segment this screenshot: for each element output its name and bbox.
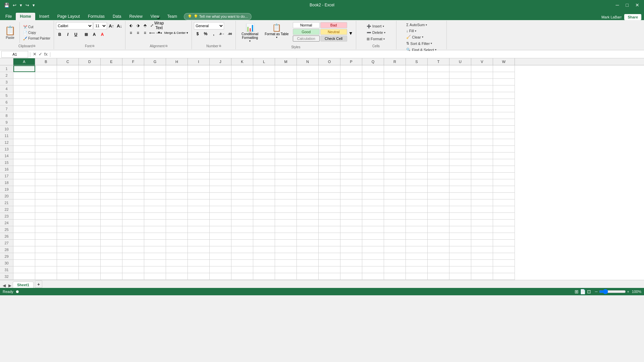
grid-cell[interactable] (101, 213, 122, 220)
normal-view-button[interactable]: ⊞ (575, 289, 579, 294)
grid-cell[interactable] (384, 266, 406, 273)
grid-cell[interactable] (471, 139, 493, 146)
grid-cell[interactable] (428, 206, 449, 213)
grid-cell[interactable] (428, 112, 449, 119)
grid-cell[interactable] (428, 159, 449, 166)
grid-cell[interactable] (166, 132, 188, 139)
number-expand-icon[interactable]: ⧉ (219, 44, 221, 48)
tab-data[interactable]: Data (109, 13, 125, 20)
grid-cell[interactable] (122, 233, 144, 240)
grid-cell[interactable] (449, 92, 471, 99)
grid-cell[interactable] (319, 266, 340, 273)
grid-cell[interactable] (101, 233, 122, 240)
grid-cell[interactable] (297, 139, 319, 146)
grid-cell[interactable] (101, 193, 122, 199)
grid-cell[interactable] (144, 213, 166, 220)
row-number[interactable]: 1 (0, 65, 13, 72)
grid-cell[interactable] (122, 79, 144, 85)
font-expand-icon[interactable]: ⧉ (92, 44, 94, 48)
grid-cell[interactable] (406, 266, 428, 273)
grid-cell[interactable] (319, 206, 340, 213)
grid-cell[interactable] (210, 85, 231, 92)
grid-cell[interactable] (144, 179, 166, 186)
grid-cell[interactable] (493, 253, 515, 260)
grid-cell[interactable] (449, 173, 471, 179)
grid-cell[interactable] (449, 132, 471, 139)
grid-cell[interactable] (13, 226, 35, 233)
grid-cell[interactable] (406, 72, 428, 79)
grid-cell[interactable] (188, 273, 210, 280)
grid-cell[interactable] (144, 85, 166, 92)
grid-cell[interactable] (449, 273, 471, 280)
grid-cell[interactable] (275, 126, 297, 132)
grid-cell[interactable] (428, 213, 449, 220)
grid-cell[interactable] (362, 220, 384, 226)
align-center-button[interactable]: ≡ (135, 29, 141, 36)
grid-cell[interactable] (253, 126, 275, 132)
grid-cell[interactable] (340, 246, 362, 253)
grid-cell[interactable] (101, 179, 122, 186)
grid-cell[interactable] (35, 106, 57, 112)
grid-cell[interactable] (35, 260, 57, 266)
grid-cell[interactable] (13, 85, 35, 92)
grid-cell[interactable] (101, 153, 122, 159)
grid-cell[interactable] (471, 253, 493, 260)
grid-cell[interactable] (166, 126, 188, 132)
grid-cell[interactable] (406, 79, 428, 85)
grid-cell[interactable] (362, 112, 384, 119)
grid-cell[interactable] (231, 179, 253, 186)
grid-cell[interactable] (319, 166, 340, 173)
grid-cell[interactable] (428, 166, 449, 173)
grid-cell[interactable] (231, 92, 253, 99)
number-format-select[interactable]: General (194, 22, 224, 29)
grid-cell[interactable] (210, 273, 231, 280)
grid-cell[interactable] (471, 220, 493, 226)
grid-cell[interactable] (79, 126, 101, 132)
grid-cell[interactable] (122, 99, 144, 106)
grid-cell[interactable] (471, 72, 493, 79)
grid-cell[interactable] (79, 99, 101, 106)
grid-cell[interactable] (319, 220, 340, 226)
grid-cell[interactable] (493, 99, 515, 106)
grid-cell[interactable] (319, 106, 340, 112)
grid-cell[interactable] (231, 106, 253, 112)
col-header-h[interactable]: H (166, 58, 188, 65)
grid-cell[interactable] (57, 273, 79, 280)
grid-cell[interactable] (166, 273, 188, 280)
decrease-decimal-button[interactable]: .0→ (218, 30, 225, 38)
grid-cell[interactable] (210, 246, 231, 253)
grid-cell[interactable] (101, 253, 122, 260)
grid-cell[interactable] (362, 159, 384, 166)
grid-cell[interactable] (231, 72, 253, 79)
col-header-e[interactable]: E (101, 58, 122, 65)
grid-cell[interactable] (275, 240, 297, 246)
grid-cell[interactable] (122, 246, 144, 253)
grid-cell[interactable] (13, 206, 35, 213)
grid-cell[interactable] (384, 79, 406, 85)
grid-cell[interactable] (319, 273, 340, 280)
grid-cell[interactable] (210, 112, 231, 119)
sheet-tab-sheet1[interactable]: Sheet1 (13, 282, 34, 288)
grid-cell[interactable] (166, 99, 188, 106)
grid-cell[interactable] (101, 119, 122, 126)
grid-cell[interactable] (493, 179, 515, 186)
grid-cell[interactable] (253, 226, 275, 233)
grid-cell[interactable] (297, 112, 319, 119)
grid-cell[interactable] (428, 179, 449, 186)
grid-cell[interactable] (57, 199, 79, 206)
grid-cell[interactable] (188, 65, 210, 72)
grid-cell[interactable] (166, 220, 188, 226)
grid-cell[interactable] (79, 260, 101, 266)
grid-cell[interactable] (79, 65, 101, 72)
grid-cell[interactable] (57, 146, 79, 153)
grid-cell[interactable] (253, 72, 275, 79)
col-header-o[interactable]: O (319, 58, 340, 65)
row-number[interactable]: 4 (0, 85, 13, 92)
grid-cell[interactable] (57, 126, 79, 132)
grid-cell[interactable] (275, 266, 297, 273)
grid-cell[interactable] (188, 79, 210, 85)
grid-cell[interactable] (122, 273, 144, 280)
grid-cell[interactable] (188, 132, 210, 139)
grid-cell[interactable] (210, 99, 231, 106)
align-left-button[interactable]: ≡ (127, 29, 134, 36)
